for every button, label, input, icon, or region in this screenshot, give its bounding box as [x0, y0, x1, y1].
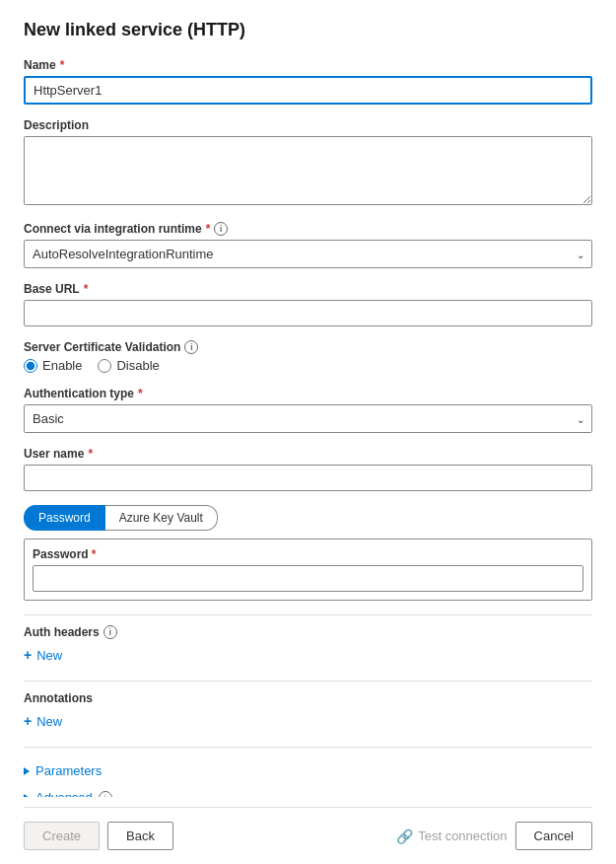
annotations-label: Annotations [24, 691, 592, 705]
parameters-collapsible[interactable]: Parameters [24, 757, 592, 784]
divider-1 [24, 614, 592, 615]
password-tabs: Password Azure Key Vault [24, 505, 592, 531]
footer-right: 🔗 Test connection Cancel [396, 822, 592, 850]
advanced-collapsible[interactable]: Advanced i [24, 784, 592, 797]
integration-runtime-select[interactable]: AutoResolveIntegrationRuntime [24, 240, 592, 268]
password-required: * [92, 547, 97, 561]
ir-info-icon[interactable]: i [214, 222, 228, 236]
integration-runtime-select-wrapper: AutoResolveIntegrationRuntime ⌄ [24, 240, 592, 268]
password-tab-group: Password Azure Key Vault Password * [24, 505, 592, 601]
cert-info-icon[interactable]: i [184, 340, 198, 354]
cert-radio-group: Enable Disable [24, 358, 592, 373]
base-url-field-group: Base URL * [24, 282, 592, 326]
advanced-info-icon[interactable]: i [99, 791, 112, 798]
test-connection-icon: 🔗 [396, 828, 413, 844]
user-name-label: User name * [24, 447, 592, 461]
base-url-input[interactable] [24, 300, 592, 326]
cert-disable-radio[interactable] [98, 359, 111, 373]
parameters-chevron-icon [24, 767, 30, 775]
base-url-label: Base URL * [24, 282, 592, 296]
divider-2 [24, 681, 592, 682]
auth-headers-label: Auth headers i [24, 625, 592, 639]
advanced-label: Advanced [35, 790, 93, 797]
azure-key-vault-tab-button[interactable]: Azure Key Vault [105, 505, 218, 531]
name-field-group: Name * [24, 58, 592, 105]
advanced-chevron-icon [24, 794, 30, 798]
cert-enable-label: Enable [42, 358, 82, 373]
auth-type-label: Authentication type * [24, 387, 592, 400]
auth-headers-plus-icon: + [24, 647, 32, 663]
auth-type-field-group: Authentication type * Basic Anonymous Wi… [24, 387, 592, 433]
auth-type-select[interactable]: Basic Anonymous Windows ClientCertificat… [24, 404, 592, 433]
server-cert-field-group: Server Certificate Validation i Enable D… [24, 340, 592, 373]
cert-disable-option[interactable]: Disable [98, 358, 159, 373]
footer-left: Create Back [24, 822, 173, 850]
footer-bar: Create Back 🔗 Test connection Cancel [24, 807, 592, 864]
ir-required: * [206, 222, 211, 236]
cert-disable-label: Disable [116, 358, 159, 373]
user-name-required: * [88, 447, 93, 461]
divider-3 [24, 747, 592, 748]
create-button[interactable]: Create [24, 822, 100, 850]
server-cert-label: Server Certificate Validation i [24, 340, 592, 354]
integration-runtime-label: Connect via integration runtime * i [24, 222, 592, 236]
name-label: Name * [24, 58, 592, 72]
password-box: Password * [24, 539, 592, 601]
annotations-plus-icon: + [24, 713, 32, 729]
auth-headers-info-icon[interactable]: i [103, 625, 117, 639]
annotations-group: Annotations + New [24, 691, 592, 733]
description-field-group: Description [24, 118, 592, 208]
auth-headers-new-button[interactable]: + New [24, 643, 62, 667]
auth-headers-group: Auth headers i + New [24, 625, 592, 667]
base-url-required: * [84, 282, 89, 296]
form-section: Name * Description Connect via integrati… [24, 58, 592, 797]
description-label: Description [24, 118, 592, 132]
auth-type-required: * [138, 387, 143, 400]
annotations-new-button[interactable]: + New [24, 709, 62, 733]
back-button[interactable]: Back [107, 822, 173, 850]
description-input[interactable] [24, 136, 592, 205]
user-name-input[interactable] [24, 465, 592, 491]
password-tab-button[interactable]: Password [24, 505, 105, 531]
page-title: New linked service (HTTP) [24, 20, 592, 40]
password-input[interactable] [33, 565, 583, 592]
integration-runtime-field-group: Connect via integration runtime * i Auto… [24, 222, 592, 268]
cert-enable-radio[interactable] [24, 359, 37, 373]
password-field-label: Password * [33, 547, 583, 561]
name-required: * [60, 58, 65, 72]
parameters-label: Parameters [35, 763, 102, 778]
cancel-button[interactable]: Cancel [515, 822, 592, 850]
test-connection-button[interactable]: 🔗 Test connection [396, 828, 507, 844]
cert-enable-option[interactable]: Enable [24, 358, 82, 373]
name-input[interactable] [24, 76, 592, 105]
user-name-field-group: User name * [24, 447, 592, 491]
auth-type-select-wrapper: Basic Anonymous Windows ClientCertificat… [24, 404, 592, 433]
